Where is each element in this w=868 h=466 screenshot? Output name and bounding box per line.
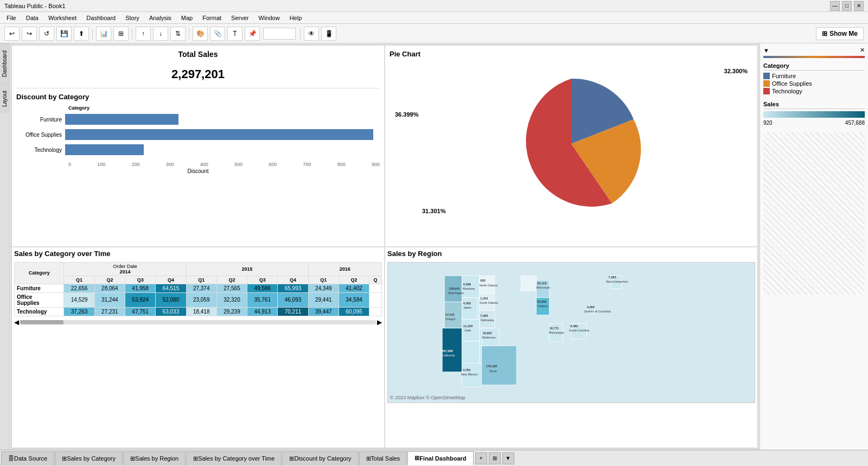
scroll-right-btn[interactable]: ▶	[377, 318, 382, 326]
pie-label-tech: 36.399%	[395, 111, 418, 118]
svg-text:4,382: 4,382	[463, 302, 471, 305]
sort-asc-btn[interactable]: ↑	[136, 27, 151, 41]
pin-btn[interactable]: 📌	[245, 27, 260, 41]
time-table: Category Order Date 2014 2015 2016	[14, 262, 382, 316]
bar-label-furniture: Furniture	[16, 117, 65, 123]
undo-btn[interactable]: ↩	[4, 27, 20, 41]
scroll-left-btn[interactable]: ◀	[14, 318, 19, 326]
save-btn[interactable]: ↺	[39, 27, 54, 41]
time-table-wrapper: Category Order Date 2014 2015 2016	[14, 262, 382, 316]
sales-max: 457,688	[845, 120, 865, 126]
view-btn[interactable]: 👁	[304, 27, 319, 41]
sidebar-tab-layout[interactable]: Layout	[0, 84, 9, 113]
svg-text:7,465: 7,465	[480, 314, 488, 317]
legend-technology: Technology	[763, 88, 865, 94]
save-file-btn[interactable]: 💾	[56, 27, 72, 41]
sort-btn[interactable]: ⇅	[170, 27, 186, 41]
publish-btn[interactable]: ⬆	[74, 27, 89, 41]
menu-file[interactable]: File	[2, 14, 21, 22]
svg-text:Wisconsin: Wisconsin	[537, 286, 551, 289]
device-btn[interactable]: 📱	[321, 27, 336, 41]
menu-story[interactable]: Story	[121, 14, 144, 22]
close-btn[interactable]: ✕	[854, 1, 864, 11]
left-sidebar: Dashboard Layout	[0, 43, 10, 450]
show-me-label: Show Me	[829, 30, 858, 37]
table-scrollbar: ◀ ▶	[14, 318, 382, 326]
menu-map[interactable]: Map	[177, 14, 197, 22]
sort-desc-btn[interactable]: ↓	[153, 27, 168, 41]
svg-text:7,283: 7,283	[609, 276, 616, 279]
menu-window[interactable]: Window	[254, 14, 284, 22]
sheet-icon-2: ⊞	[130, 455, 135, 462]
bar-label-office: Office Supplies	[16, 132, 65, 138]
svg-text:New Hampshire: New Hampshire	[607, 280, 628, 283]
legend-label-office: Office Supplies	[772, 80, 812, 87]
menu-analysis[interactable]: Analysis	[145, 14, 176, 22]
label-btn[interactable]: T	[227, 27, 242, 41]
legend-label-technology: Technology	[772, 88, 802, 94]
tab-final-dashboard[interactable]: ⊞ Final Dashboard	[407, 451, 473, 465]
tab-data-source[interactable]: 🗄 Data Source	[1, 451, 54, 465]
menu-server[interactable]: Server	[227, 14, 253, 22]
menu-dashboard[interactable]: Dashboard	[82, 14, 120, 22]
dashboard-grid: Total Sales 2,297,201 Discount by Catego…	[11, 44, 758, 449]
pie-label-office: 31.301%	[422, 208, 445, 214]
tab-options-btn[interactable]: ▼	[502, 452, 514, 464]
svg-text:Idaho: Idaho	[464, 306, 471, 309]
menu-data[interactable]: Data	[22, 14, 43, 22]
bar-label-tech: Technology	[16, 147, 65, 153]
chart-type-btn[interactable]: 📊	[96, 27, 111, 41]
window-controls: — □ ✕	[830, 1, 864, 11]
minimize-btn[interactable]: —	[830, 1, 840, 11]
duplicate-sheet-btn[interactable]: ⊞	[489, 452, 501, 464]
bottom-right-cell: Sales by Region	[385, 247, 758, 449]
search-field[interactable]	[263, 28, 296, 40]
divider-1	[92, 28, 93, 39]
svg-text:32,115: 32,115	[537, 282, 546, 285]
svg-text:5,589: 5,589	[463, 282, 471, 285]
tab-discount-by-category[interactable]: ⊞ Discount by Category	[282, 451, 358, 465]
bar-row-tech: Technology	[16, 144, 380, 155]
right-panel-close-btn[interactable]: ✕	[860, 47, 865, 54]
svg-text:920: 920	[480, 279, 485, 282]
sheet-icon-5: ⊞	[366, 455, 371, 462]
tab-sales-over-time[interactable]: ⊞ Sales by Category over Time	[186, 451, 282, 465]
show-me-icon: ⊞	[822, 30, 827, 37]
svg-text:Utah: Utah	[464, 329, 471, 332]
bar-office	[65, 129, 373, 140]
annotation-btn[interactable]: 📎	[210, 27, 225, 41]
top-left-cell: Total Sales 2,297,201 Discount by Catego…	[11, 45, 385, 247]
tab-sales-by-region[interactable]: ⊞ Sales by Region	[123, 451, 186, 465]
menu-help[interactable]: Help	[285, 14, 307, 22]
state-mn	[521, 276, 536, 291]
new-sheet-btn[interactable]: +	[475, 452, 487, 464]
show-me-button[interactable]: ⊞ Show Me	[816, 27, 864, 40]
sheet-icon-4: ⊞	[289, 455, 294, 462]
svg-text:California: California	[442, 354, 455, 357]
tab-sales-by-category[interactable]: ⊞ Sales by Category	[55, 451, 123, 465]
legend-label-furniture: Furniture	[772, 73, 796, 79]
chart-type-2-btn[interactable]: ⊞	[113, 27, 129, 41]
redo-btn[interactable]: ↪	[22, 27, 37, 41]
svg-text:1,316: 1,316	[480, 296, 488, 299]
table-row-furniture: Furniture 22,656 28,064 41,958 64,515 27…	[15, 284, 382, 292]
sheet-icon-1: ⊞	[62, 455, 67, 462]
state-nevada	[462, 341, 479, 363]
menu-format[interactable]: Format	[198, 14, 226, 22]
tab-total-sales[interactable]: ⊞ Total Sales	[359, 451, 407, 465]
menu-worksheet[interactable]: Worksheet	[44, 14, 81, 22]
bar-container-tech	[65, 144, 380, 155]
maximize-btn[interactable]: □	[842, 1, 852, 11]
scroll-thumb[interactable]	[20, 320, 63, 324]
sidebar-tab-dashboard[interactable]: Dashboard	[0, 43, 9, 84]
bar-chart: Furniture Office Supplies	[16, 112, 380, 162]
right-panel-header: ▼	[763, 47, 769, 54]
table-header-2014: Order Date 2014	[64, 262, 186, 276]
bar-tech	[65, 144, 144, 155]
svg-text:170,188: 170,188	[486, 365, 497, 368]
divider-3	[189, 28, 189, 39]
scroll-track[interactable]	[20, 320, 376, 324]
divider-2	[132, 28, 132, 39]
top-right-cell: Pie Chart 32.300% 31.301% 36.399%	[385, 45, 758, 247]
color-btn[interactable]: 🎨	[193, 27, 208, 41]
